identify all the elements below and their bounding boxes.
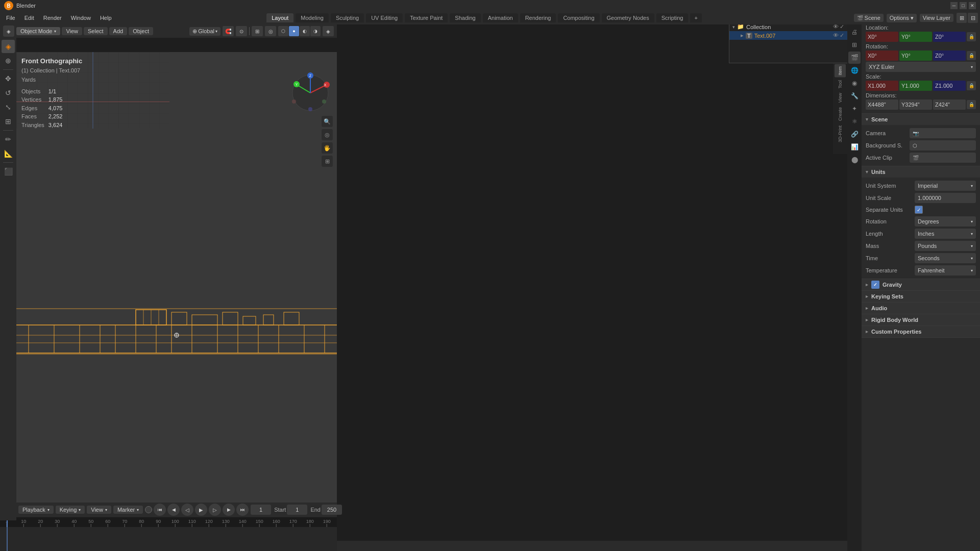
location-z[interactable]: Z 0°: [933, 32, 966, 42]
wireframe-mode-btn[interactable]: ⬡: [278, 26, 288, 36]
viewport-3d[interactable]: Front Orthographic (1) Collection | Text…: [16, 52, 337, 503]
unit-system-dropdown[interactable]: Imperial ▾: [915, 181, 976, 191]
marker-menu[interactable]: Marker ▾: [113, 506, 143, 514]
prop-tab-object[interactable]: ◉: [848, 77, 861, 89]
tab-rendering[interactable]: Rendering: [520, 13, 556, 22]
menu-render[interactable]: Render: [39, 14, 66, 22]
transform-orientation[interactable]: ⊕ Global ▾: [189, 27, 220, 36]
location-y[interactable]: Y 0°: [899, 32, 932, 42]
timeline-body[interactable]: [0, 527, 337, 551]
audio-header[interactable]: ▸ Audio: [862, 303, 980, 314]
tab-geo-nodes[interactable]: Geometry Nodes: [602, 13, 654, 22]
tab-scripting[interactable]: Scripting: [656, 13, 689, 22]
tab-compositing[interactable]: Compositing: [558, 13, 599, 22]
play-btn[interactable]: ▶: [195, 504, 207, 516]
side-tab-create[interactable]: Create: [835, 105, 846, 123]
scale-y[interactable]: Y 1.000: [899, 81, 932, 91]
units-header[interactable]: ▾ Units: [862, 166, 980, 178]
unit-scale-value[interactable]: 1.000000: [915, 193, 976, 203]
prop-tab-data[interactable]: 📊: [848, 141, 861, 153]
gravity-header[interactable]: ▸ ✓ Gravity: [862, 279, 980, 290]
tool-add-cube[interactable]: ⬛: [2, 165, 15, 178]
viewport-icon-btn[interactable]: ◈: [3, 26, 14, 37]
editor-toggle-btn1[interactable]: ⊞: [957, 13, 967, 23]
rotation-mode-dropdown[interactable]: XYZ Euler ▾: [866, 62, 976, 72]
activeclip-value[interactable]: 🎬: [910, 153, 976, 163]
tab-add[interactable]: +: [690, 13, 701, 22]
rotation-y[interactable]: Y 0°: [899, 51, 932, 61]
camera-view-btn[interactable]: ⊞: [322, 156, 333, 167]
prop-tab-particles[interactable]: ✦: [848, 103, 861, 115]
tool-move[interactable]: ✥: [2, 72, 15, 85]
rotation-units-dropdown[interactable]: Degrees ▾: [915, 216, 976, 227]
tool-cursor[interactable]: ⊕: [2, 54, 15, 67]
scale-x[interactable]: X 1.000: [866, 81, 898, 91]
gizmo-widget[interactable]: X Y Z: [290, 72, 331, 114]
custom-properties-header[interactable]: ▸ Custom Properties: [862, 326, 980, 337]
tab-texture-paint[interactable]: Texture Paint: [405, 13, 448, 22]
editor-toggle-btn2[interactable]: ⊟: [968, 13, 978, 23]
rotation-z[interactable]: Z 0°: [933, 51, 966, 61]
tab-layout[interactable]: Layout: [266, 13, 293, 22]
end-frame-input[interactable]: [322, 505, 342, 515]
tool-scale[interactable]: ⤡: [2, 101, 15, 114]
prop-tab-constraints[interactable]: 🔗: [848, 128, 861, 140]
jump-end-btn[interactable]: ⏭: [236, 504, 249, 516]
mass-dropdown[interactable]: Pounds ▾: [915, 241, 976, 251]
options-button[interactable]: Options ▾: [887, 14, 917, 22]
time-dropdown[interactable]: Seconds ▾: [915, 253, 976, 263]
next-frame-btn[interactable]: ▶: [223, 504, 235, 516]
text007-visible-icon[interactable]: 👁: [833, 32, 839, 39]
background-value[interactable]: ⬡: [910, 140, 976, 151]
menu-file[interactable]: File: [2, 14, 19, 22]
zoom-in-btn[interactable]: 🔍: [322, 116, 333, 127]
tab-uv-editing[interactable]: UV Editing: [366, 13, 403, 22]
menu-help[interactable]: Help: [96, 14, 116, 22]
record-btn[interactable]: [145, 506, 152, 513]
tool-transform[interactable]: ⊞: [2, 115, 15, 128]
viewport-overlay-btn[interactable]: ⊞: [252, 26, 263, 36]
dim-x[interactable]: X 4488": [866, 99, 898, 110]
menu-edit[interactable]: Edit: [20, 14, 38, 22]
prop-tab-modifiers[interactable]: 🔧: [848, 90, 861, 102]
prop-tab-output[interactable]: 🖨: [848, 26, 861, 38]
tool-select[interactable]: ◈: [2, 40, 15, 53]
solid-mode-btn[interactable]: ●: [289, 26, 299, 36]
prop-tab-view-layer[interactable]: ⊞: [848, 39, 861, 51]
side-tab-view[interactable]: View: [835, 91, 846, 105]
keying-menu[interactable]: Keying ▾: [56, 506, 85, 514]
side-tab-tool[interactable]: Tool: [835, 78, 846, 91]
menu-window[interactable]: Window: [67, 14, 95, 22]
tab-animation[interactable]: Animation: [483, 13, 518, 22]
close-button[interactable]: ✕: [969, 2, 976, 9]
keying-sets-header[interactable]: ▸ Keying Sets: [862, 291, 980, 302]
location-x[interactable]: X 0°: [866, 32, 898, 42]
next-keyframe-btn[interactable]: ▷: [209, 504, 221, 516]
tab-sculpting[interactable]: Sculpting: [331, 13, 364, 22]
add-menu[interactable]: Add: [109, 27, 128, 35]
view-menu-tl[interactable]: View ▾: [87, 506, 111, 514]
rotation-x[interactable]: X 0°: [866, 51, 898, 61]
camera-value[interactable]: 📷: [910, 128, 976, 138]
prop-tab-material[interactable]: ⬤: [848, 154, 861, 166]
object-menu[interactable]: Object: [129, 27, 153, 35]
proportional-edit-btn[interactable]: ⊙: [236, 26, 247, 36]
scene-selector[interactable]: 🎬 Scene: [854, 14, 884, 22]
prev-keyframe-btn[interactable]: ◁: [181, 504, 193, 516]
tool-rotate[interactable]: ↺: [2, 86, 15, 99]
select-menu[interactable]: Select: [84, 27, 108, 35]
gizmo-btn[interactable]: ◎: [265, 26, 276, 36]
tab-shading[interactable]: Shading: [450, 13, 480, 22]
scale-z[interactable]: Z 1.000: [933, 81, 966, 91]
scale-lock-btn[interactable]: 🔒: [967, 81, 976, 90]
maximize-button[interactable]: □: [960, 2, 967, 9]
dim-lock-btn[interactable]: 🔒: [967, 100, 976, 109]
prev-frame-btn[interactable]: ◀: [167, 504, 180, 516]
prop-tab-world[interactable]: 🌐: [848, 64, 861, 77]
view-menu[interactable]: View: [62, 27, 82, 35]
dim-z[interactable]: Z 424": [933, 99, 966, 110]
mode-selector[interactable]: Object Mode ▾: [16, 27, 60, 35]
separate-units-checkbox[interactable]: ✓: [915, 206, 923, 214]
side-tab-3dprint[interactable]: 3D-Print: [835, 123, 846, 144]
prop-tab-scene[interactable]: 🎬: [848, 52, 861, 64]
